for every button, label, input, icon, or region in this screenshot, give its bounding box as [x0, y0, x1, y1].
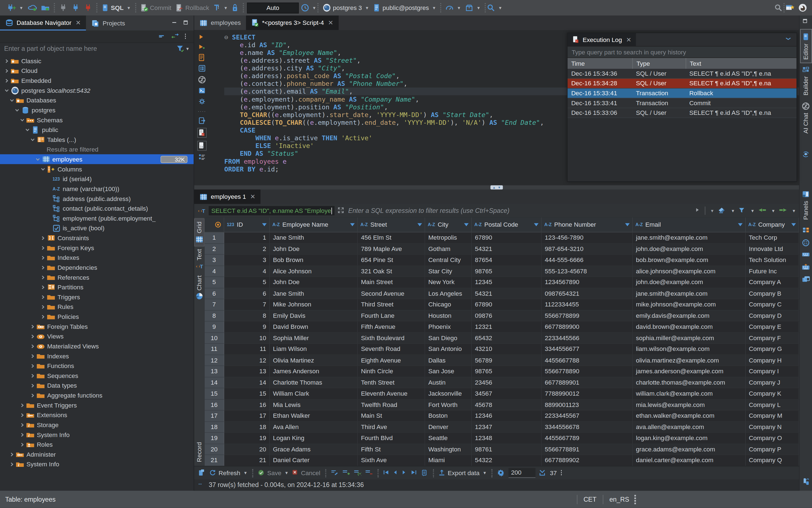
grid-cell[interactable]: 56789 — [472, 355, 541, 366]
chevron-right-icon[interactable] — [3, 68, 10, 74]
grid-cell[interactable]: 12347 — [472, 422, 541, 433]
chevron-right-icon[interactable] — [40, 265, 47, 270]
grid-cell[interactable]: Mia Lewis — [270, 399, 358, 411]
tree-item[interactable]: Views — [0, 331, 194, 341]
chevron-down-icon[interactable] — [24, 127, 31, 132]
tree-item[interactable]: iSystem Info — [0, 430, 194, 439]
log-header[interactable]: Time Type Text — [568, 58, 797, 69]
grid-cell[interactable]: Company O — [746, 433, 799, 444]
chevron-right-icon[interactable] — [40, 284, 47, 290]
grid-cell[interactable]: 1234567890 — [541, 277, 633, 288]
grid-cell[interactable]: Ava Allen — [270, 422, 358, 433]
grid-cell[interactable]: liam.wilson@example.com — [633, 344, 746, 355]
filter-funnel-icon[interactable] — [176, 45, 185, 52]
grid-cell[interactable]: Main St — [358, 411, 425, 422]
refresh-diamond-icon[interactable] — [802, 151, 810, 158]
grid-cell[interactable]: john.doe@example.com — [633, 277, 746, 288]
chevron-right-icon[interactable] — [19, 403, 26, 408]
row-number[interactable]: 14 — [205, 377, 224, 388]
grid-cell[interactable]: William Clark — [270, 388, 358, 399]
row-number[interactable]: 6 — [205, 288, 224, 299]
log-row[interactable]: Dec-16 15:33:41TransactionRollback — [568, 89, 797, 98]
row-number[interactable]: 3 — [205, 255, 224, 266]
grid-cell[interactable]: Tech Corp — [746, 232, 799, 244]
grid-cell[interactable]: Miami — [425, 455, 472, 466]
grid-cell[interactable]: Chicago — [425, 299, 472, 310]
grid-cell[interactable]: mia.lewis@example.com — [633, 399, 746, 411]
grid-cell[interactable]: Houston — [425, 310, 472, 322]
grid-cell[interactable]: david.brown@example.com — [633, 322, 746, 332]
commit-mode-combo[interactable]: Auto — [247, 2, 299, 13]
edit-row-icon[interactable] — [331, 470, 338, 476]
next-row-icon[interactable] — [402, 470, 407, 476]
object-filter-input[interactable]: Enter a part of object name here ▼ — [0, 43, 194, 54]
close-icon[interactable]: ✕ — [626, 36, 632, 43]
rollback-button[interactable]: Rollback — [175, 4, 209, 12]
delete-row-icon[interactable] — [365, 470, 373, 476]
grid-cell[interactable]: 12348 — [472, 433, 541, 444]
calculator-panel-icon[interactable]: −+×= — [802, 227, 810, 234]
grid-cell[interactable]: 54322 — [472, 455, 541, 466]
log-row[interactable]: Dec-16 15:33:41TransactionCommit — [568, 98, 797, 108]
grid-cell[interactable]: Gotham — [425, 244, 472, 255]
tree-item[interactable]: Foreign Tables — [0, 322, 194, 331]
grid-cell[interactable]: Tenth Street — [358, 377, 425, 388]
grid-cell[interactable]: william.clark@example.com — [633, 388, 746, 399]
grid-cell[interactable]: 98761 — [472, 444, 541, 455]
tree-item[interactable]: contact (public.contact_details) — [0, 204, 194, 213]
grid-cell[interactable]: 54321 — [472, 288, 541, 299]
grid-cell[interactable]: 5566778890 — [541, 366, 633, 377]
grid-cell[interactable]: Company C — [746, 299, 799, 310]
tree-item[interactable]: Materialized Views — [0, 341, 194, 351]
grid-cell[interactable]: Dallas — [425, 355, 472, 366]
grid-cell[interactable]: 7788990012 — [541, 388, 633, 399]
chevron-right-icon[interactable] — [19, 422, 26, 427]
grid-cell[interactable]: Alice Johnson — [270, 266, 358, 277]
grid-cell[interactable]: 13 — [224, 366, 270, 377]
first-row-icon[interactable] — [383, 470, 390, 476]
row-number[interactable]: 5 — [205, 277, 224, 288]
eraser-icon[interactable] — [718, 207, 726, 214]
column-header-city[interactable]: A-ZCity — [425, 218, 472, 232]
grid-cell[interactable]: 67890 — [472, 232, 541, 244]
expand-filter-icon[interactable] — [338, 207, 345, 214]
chevron-right-icon[interactable] — [3, 78, 10, 83]
row-number[interactable]: 16 — [205, 399, 224, 411]
tree-item[interactable]: A-Zname (varchar(100)) — [0, 184, 194, 194]
last-row-icon[interactable] — [411, 470, 418, 476]
chevron-right-icon[interactable] — [8, 462, 15, 467]
grid-cell[interactable]: Metropolis — [425, 232, 472, 244]
goto-row-icon[interactable] — [421, 469, 428, 476]
grid-cell[interactable]: Tech Solution — [746, 255, 799, 266]
row-number[interactable]: 21 — [205, 455, 224, 466]
grid-cell[interactable]: Company D — [746, 310, 799, 322]
fetch-size-input[interactable]: 200 — [509, 468, 535, 478]
grid-cell[interactable]: 123-456-7890 — [541, 232, 633, 244]
dashboard-button[interactable]: ▼ — [446, 4, 461, 11]
grid-cell[interactable]: charlotte.thomas@example.com — [633, 377, 746, 388]
cloud-settings-icon[interactable] — [27, 4, 37, 11]
filter-expression-input[interactable]: Enter a SQL expression to filter results… — [348, 207, 693, 214]
apply-filter-icon[interactable] — [696, 208, 701, 214]
grid-cell[interactable]: Daniel Carter — [270, 455, 358, 466]
open-connection-folder-icon[interactable] — [41, 4, 50, 11]
grid-cell[interactable]: Fort Worth — [425, 399, 472, 411]
grid-cell[interactable]: ethan.walker@example.com — [633, 411, 746, 422]
grid-cell[interactable]: Company I — [746, 366, 799, 377]
grid-cell[interactable]: mike.johnson@example.com — [633, 299, 746, 310]
chevron-right-icon[interactable] — [40, 255, 47, 260]
chevron-right-icon[interactable] — [29, 343, 36, 349]
grid-cell[interactable]: 45678 — [472, 399, 541, 411]
column-header-phone-number[interactable]: A-ZPhone Number — [541, 218, 633, 232]
grid-cell[interactable]: sophia.miller@example.com — [633, 333, 746, 344]
chevron-right-icon[interactable] — [3, 58, 10, 64]
grid-cell[interactable]: 54321 — [472, 244, 541, 255]
grid-cell[interactable]: 4455667788 — [541, 355, 633, 366]
minimize-icon[interactable] — [172, 20, 178, 26]
save-button[interactable]: Save▼ — [258, 469, 289, 476]
grid-cell[interactable]: Sixth Ave — [358, 455, 425, 466]
grid-cell[interactable]: Emily Davis — [270, 310, 358, 322]
outline-icon[interactable] — [198, 154, 206, 161]
chevron-right-icon[interactable] — [29, 353, 36, 358]
close-icon[interactable]: ✕ — [76, 19, 81, 26]
